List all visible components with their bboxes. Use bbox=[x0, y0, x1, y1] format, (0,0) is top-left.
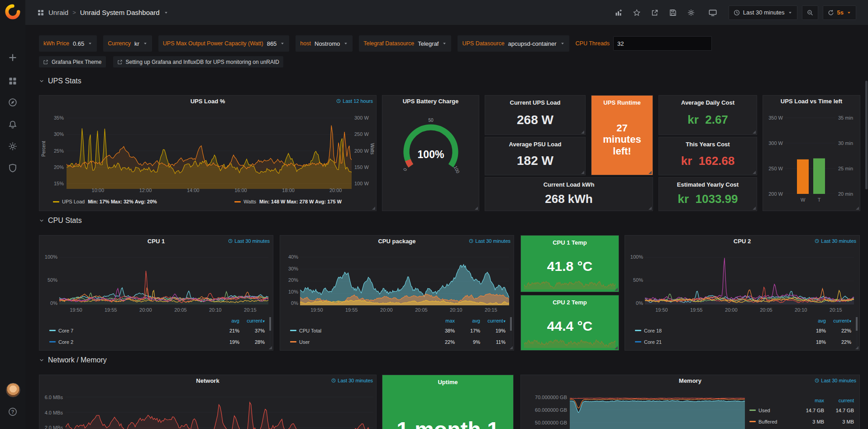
legend-sort-max[interactable]: max bbox=[429, 318, 455, 323]
panel-title[interactable]: Network bbox=[39, 375, 376, 387]
configuration-gear-icon[interactable] bbox=[8, 142, 17, 151]
legend-sort-avg[interactable]: avg bbox=[455, 318, 480, 323]
panel-time-range[interactable]: Last 30 minutes bbox=[331, 378, 373, 383]
section-cpu-stats[interactable]: CPU Stats bbox=[39, 217, 82, 225]
ups-bar-chart[interactable] bbox=[785, 114, 835, 194]
explore-icon[interactable] bbox=[8, 98, 17, 107]
cpu-package-chart[interactable] bbox=[300, 255, 509, 305]
tv-cycle-icon[interactable] bbox=[706, 6, 720, 19]
legend: UPS Load Min: 17% Max: 32% Avg: 20% Watt… bbox=[53, 199, 362, 204]
legend-row[interactable]: CPU Total 38% 17% 19% bbox=[290, 325, 506, 336]
help-icon[interactable] bbox=[8, 407, 17, 416]
save-icon[interactable] bbox=[666, 6, 680, 19]
legend-sort-current[interactable]: current bbox=[824, 398, 854, 403]
zoom-out-button[interactable] bbox=[802, 5, 818, 20]
cpu1-chart[interactable] bbox=[59, 255, 268, 304]
legend-row[interactable]: Buffered 3 MB 3 MB bbox=[749, 416, 854, 427]
page-scrollbar-thumb[interactable] bbox=[865, 81, 868, 189]
stat-value: 268 kWh bbox=[485, 191, 653, 211]
panel-title[interactable]: CPU 1 Temp bbox=[521, 237, 619, 249]
panel-cpu1-temp: CPU 1 Temp 41.8 °C bbox=[520, 235, 619, 292]
panel-title[interactable]: Current Load kWh bbox=[485, 179, 653, 191]
series-color-marker bbox=[635, 341, 641, 342]
panel-time-range[interactable]: Last 30 minutes bbox=[469, 238, 510, 244]
dashboard-grid-icon[interactable] bbox=[37, 9, 44, 16]
user-avatar[interactable] bbox=[6, 383, 20, 397]
network-chart[interactable] bbox=[66, 390, 373, 429]
panel-title[interactable]: UPS Runtime bbox=[591, 97, 653, 109]
legend-sort-current[interactable]: current bbox=[826, 318, 851, 323]
panel-time-range[interactable]: Last 12 hours bbox=[336, 98, 373, 104]
variable-label: UPS Datasource bbox=[462, 40, 504, 47]
panel-title[interactable]: Current UPS Load bbox=[485, 97, 585, 109]
server-admin-shield-icon[interactable] bbox=[8, 164, 17, 173]
legend-sort-current[interactable]: current bbox=[239, 318, 265, 323]
panel-time-range[interactable]: Last 30 minutes bbox=[815, 238, 856, 244]
star-icon[interactable] bbox=[630, 6, 644, 19]
legend-item[interactable]: UPS Load Min: 17% Max: 32% Avg: 20% bbox=[53, 199, 157, 204]
panel-title[interactable]: UPS Battery Charge bbox=[382, 96, 479, 107]
link-grafana-plex-theme[interactable]: Grafana Plex Theme bbox=[39, 56, 106, 67]
stat-value: 1 month 1 bbox=[382, 417, 513, 429]
variable-host[interactable]: host Nostromo bbox=[296, 35, 353, 52]
legend-row[interactable]: Core 2 19% 28% bbox=[49, 336, 265, 347]
panel-title[interactable]: Uptime bbox=[382, 376, 513, 388]
legend-row[interactable]: Core 21 18% 22% bbox=[635, 336, 851, 347]
section-network-memory[interactable]: Network / Memory bbox=[39, 356, 107, 364]
dashboard-title[interactable]: Unraid System Dashboard bbox=[80, 9, 160, 16]
breadcrumb-folder[interactable]: Unraid bbox=[48, 9, 68, 16]
legend-sort-current[interactable]: current bbox=[480, 318, 506, 323]
cpu2-chart[interactable] bbox=[645, 255, 854, 304]
chevron-down-icon[interactable] bbox=[164, 10, 168, 15]
navbar-actions: Last 30 minutes 5s bbox=[612, 5, 856, 20]
panel-title[interactable]: Estimated Yearly Cost bbox=[659, 179, 757, 191]
alerting-bell-icon[interactable] bbox=[8, 120, 17, 129]
top-navbar: Unraid > Unraid System Dashboard Last 30… bbox=[25, 0, 868, 25]
section-ups-stats[interactable]: UPS Stats bbox=[39, 77, 81, 85]
grafana-logo[interactable] bbox=[5, 4, 21, 20]
legend-row[interactable]: Used 14.7 GB 14.7 GB bbox=[749, 405, 854, 416]
legend-scrollbar[interactable] bbox=[510, 317, 512, 347]
legend-scrollbar[interactable] bbox=[269, 317, 271, 347]
variable-ups-max-power[interactable]: UPS Max Output Power Capacity (Watt) 865 bbox=[158, 35, 290, 52]
legend-sort-max[interactable]: max bbox=[794, 398, 824, 403]
time-picker-button[interactable]: Last 30 minutes bbox=[729, 5, 797, 20]
variable-ups-datasource[interactable]: UPS Datasource apcupsd-container bbox=[458, 35, 569, 52]
panel-time-range[interactable]: Last 30 minutes bbox=[815, 378, 856, 383]
panel-title[interactable]: Memory bbox=[521, 375, 859, 387]
variable-currency[interactable]: Currency kr bbox=[103, 35, 152, 52]
create-icon[interactable] bbox=[8, 53, 17, 62]
dashboards-icon[interactable] bbox=[8, 77, 17, 86]
panel-title[interactable]: Average Daily Cost bbox=[659, 97, 757, 109]
panel-title[interactable]: Average PSU Load bbox=[485, 139, 585, 150]
add-panel-icon[interactable] bbox=[612, 6, 625, 19]
ups-load-chart[interactable] bbox=[67, 113, 352, 189]
panel-title[interactable]: CPU 2 Temp bbox=[521, 297, 619, 308]
variable-telegraf-datasource[interactable]: Telegraf Datasource Telegraf bbox=[359, 35, 451, 52]
cpu-threads-input[interactable] bbox=[613, 36, 712, 51]
memory-chart[interactable] bbox=[570, 390, 745, 429]
panel-title[interactable]: This Years Cost bbox=[659, 139, 757, 150]
legend-row[interactable]: User 22% 9% 11% bbox=[290, 336, 506, 347]
panel-title[interactable]: UPS Load % bbox=[39, 96, 376, 107]
variable-kwh-price[interactable]: kWh Price 0.65 bbox=[39, 35, 97, 52]
breadcrumb-separator: > bbox=[72, 9, 76, 16]
legend-sort-avg[interactable]: avg bbox=[214, 318, 239, 323]
panel-time-range[interactable]: Last 30 minutes bbox=[228, 238, 270, 244]
refresh-interval-label[interactable]: 5s bbox=[837, 9, 844, 16]
legend-row[interactable]: Core 7 21% 37% bbox=[49, 325, 265, 336]
legend-item[interactable]: Watts Min: 148 W Max: 278 W Avg: 175 W bbox=[234, 199, 342, 204]
settings-gear-icon[interactable] bbox=[684, 6, 698, 19]
x-axis: 10:00 12:00 14:00 16:00 18:00 20:00 bbox=[67, 188, 352, 194]
legend-row[interactable]: Core 18 18% 22% bbox=[635, 325, 851, 336]
legend-sort-avg[interactable]: avg bbox=[801, 318, 826, 323]
link-ups-monitoring-guide[interactable]: Setting up Grafana and InfluxDB for UPS … bbox=[113, 56, 284, 67]
legend-scrollbar[interactable] bbox=[856, 317, 858, 347]
refresh-icon bbox=[828, 10, 834, 16]
share-icon[interactable] bbox=[648, 6, 662, 19]
refresh-button[interactable]: 5s bbox=[823, 5, 856, 20]
template-variables: kWh Price 0.65 Currency kr UPS Max Outpu… bbox=[39, 35, 712, 52]
chevron-down-icon bbox=[88, 41, 92, 46]
series-color-marker bbox=[749, 421, 756, 422]
panel-title[interactable]: UPS Load vs Time left bbox=[763, 96, 860, 107]
